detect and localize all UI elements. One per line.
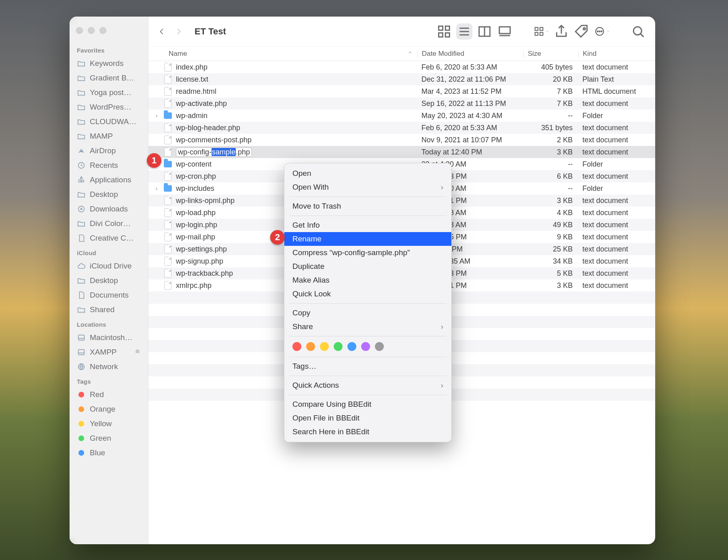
zoom-icon[interactable] xyxy=(99,27,106,34)
col-size[interactable]: Size xyxy=(523,50,578,58)
sidebar-item[interactable]: Desktop xyxy=(74,273,144,288)
ctx-item[interactable]: Make Alias xyxy=(284,273,451,287)
search-button[interactable] xyxy=(630,23,646,40)
sidebar-item[interactable]: Keywords xyxy=(74,56,144,71)
ctx-item[interactable]: Tags… xyxy=(284,359,451,373)
chevron-right-icon: › xyxy=(441,183,443,192)
sidebar-item[interactable]: XAMPP xyxy=(74,345,144,359)
disclosure-icon[interactable]: › xyxy=(153,112,160,119)
sidebar-item[interactable]: Desktop xyxy=(74,187,144,202)
file-row[interactable]: readme.htmlMar 4, 2023 at 11:52 PM7 KBHT… xyxy=(148,85,655,97)
close-icon[interactable] xyxy=(76,27,83,34)
ctx-tag-color[interactable] xyxy=(375,342,384,351)
ctx-tag-color[interactable] xyxy=(306,342,315,351)
apps-icon xyxy=(77,175,86,184)
sidebar-item[interactable]: Green xyxy=(74,431,144,446)
sidebar-item[interactable]: Applications xyxy=(74,173,144,187)
sidebar-item[interactable]: Macintosh… xyxy=(74,330,144,345)
sidebar-item[interactable]: Gradient B… xyxy=(74,71,144,85)
forward-button[interactable] xyxy=(174,27,183,36)
sidebar-item-label: Green xyxy=(90,434,111,443)
ctx-item-label: Search Here in BBEdit xyxy=(292,427,369,436)
ctx-item[interactable]: Open With› xyxy=(284,180,451,194)
sidebar-item[interactable]: Documents xyxy=(74,288,144,302)
ctx-item[interactable]: Search Here in BBEdit xyxy=(284,425,451,439)
ctx-item[interactable]: Compare Using BBEdit xyxy=(284,397,451,411)
doc-icon xyxy=(77,234,86,243)
file-row[interactable]: license.txtDec 31, 2022 at 11:06 PM20 KB… xyxy=(148,73,655,85)
file-kind: text document xyxy=(578,122,655,134)
folder-icon xyxy=(77,117,86,126)
ctx-item[interactable]: Share› xyxy=(284,320,451,334)
ctx-tag-color[interactable] xyxy=(320,342,329,351)
file-row[interactable]: ›wp-adminMay 20, 2023 at 4:30 AM--Folder xyxy=(148,110,655,122)
file-kind: Folder xyxy=(578,182,655,194)
sidebar-item[interactable]: Yoga post… xyxy=(74,85,144,100)
ctx-tag-color[interactable] xyxy=(347,342,356,351)
sidebar-item[interactable]: CLOUDWA… xyxy=(74,114,144,129)
tag-icon xyxy=(77,390,86,399)
col-date[interactable]: Date Modified xyxy=(417,50,523,58)
action-button[interactable] xyxy=(594,23,610,40)
ctx-item[interactable]: Rename xyxy=(284,232,451,246)
sidebar-item[interactable]: Red xyxy=(74,387,144,402)
sidebar-item[interactable]: Blue xyxy=(74,446,144,460)
file-kind xyxy=(578,316,655,328)
column-view-button[interactable] xyxy=(476,23,493,40)
ctx-tag-color[interactable] xyxy=(292,342,301,351)
ctx-item[interactable]: Duplicate xyxy=(284,260,451,273)
disclosure-icon[interactable]: › xyxy=(153,185,160,192)
col-kind[interactable]: Kind xyxy=(578,50,655,58)
sidebar-item[interactable]: Downloads xyxy=(74,202,144,216)
file-kind xyxy=(578,364,655,376)
sidebar-item[interactable]: MAMP xyxy=(74,129,144,144)
sidebar-item[interactable]: iCloud Drive xyxy=(74,259,144,273)
file-date: Today at 12:40 PM xyxy=(417,146,523,158)
sidebar-item[interactable]: Divi Color… xyxy=(74,216,144,231)
sidebar-item[interactable]: WordPres… xyxy=(74,100,144,114)
list-view-button[interactable] xyxy=(456,23,472,40)
file-row[interactable]: wp-comments-post.phpNov 9, 2021 at 10:07… xyxy=(148,134,655,146)
file-row[interactable]: index.phpFeb 6, 2020 at 5:33 AM405 bytes… xyxy=(148,61,655,73)
col-name[interactable]: Name xyxy=(169,50,187,58)
ctx-item[interactable]: Get Info xyxy=(284,218,451,232)
file-size: 34 KB xyxy=(523,255,578,267)
sidebar-item[interactable]: Yellow xyxy=(74,416,144,431)
ctx-item[interactable]: Quick Look xyxy=(284,287,451,301)
ctx-item[interactable]: Quick Actions› xyxy=(284,378,451,392)
column-headers[interactable]: Name⌃ Date Modified Size Kind xyxy=(148,46,655,61)
ctx-item[interactable]: Compress “wp-config-sample.php” xyxy=(284,246,451,260)
svg-rect-11 xyxy=(445,33,449,37)
ctx-item[interactable]: Copy xyxy=(284,306,451,320)
file-row[interactable]: wp-activate.phpSep 16, 2022 at 11:13 PM7… xyxy=(148,97,655,110)
file-size: 4 KB xyxy=(523,207,578,219)
sidebar-item-label: Yoga post… xyxy=(90,88,131,97)
sidebar-item[interactable]: Recents xyxy=(74,158,144,173)
file-row[interactable]: wp-config-sample.phpToday at 12:40 PM3 K… xyxy=(148,146,655,158)
tag-button[interactable] xyxy=(574,23,590,40)
ctx-item[interactable]: Move to Trash xyxy=(284,199,451,213)
sidebar-item[interactable]: Creative C… xyxy=(74,231,144,245)
sidebar-item[interactable]: Shared xyxy=(74,302,144,317)
group-button[interactable] xyxy=(533,23,549,40)
sidebar-item[interactable]: AirDrop xyxy=(74,144,144,158)
gallery-view-button[interactable] xyxy=(497,23,513,40)
file-kind: text document xyxy=(578,61,655,73)
ctx-item[interactable]: Open File in BBEdit xyxy=(284,411,451,425)
file-kind xyxy=(578,340,655,352)
ctx-item[interactable]: Open xyxy=(284,167,451,180)
ctx-item-label: Compare Using BBEdit xyxy=(292,400,371,409)
file-kind xyxy=(578,304,655,316)
file-row[interactable]: wp-blog-header.phpFeb 6, 2020 at 5:33 AM… xyxy=(148,122,655,134)
sidebar-item[interactable]: Orange xyxy=(74,402,144,416)
ctx-tag-color[interactable] xyxy=(334,342,343,351)
eject-icon[interactable] xyxy=(134,348,141,357)
share-button[interactable] xyxy=(553,23,569,40)
sidebar-item[interactable]: Network xyxy=(74,359,144,374)
back-button[interactable] xyxy=(157,27,166,36)
sidebar-item-label: Orange xyxy=(90,405,115,414)
ctx-tag-color[interactable] xyxy=(361,342,370,351)
minimize-icon[interactable] xyxy=(88,27,95,34)
icon-view-button[interactable] xyxy=(436,23,452,40)
ctx-item-label: Compress “wp-config-sample.php” xyxy=(292,248,410,257)
